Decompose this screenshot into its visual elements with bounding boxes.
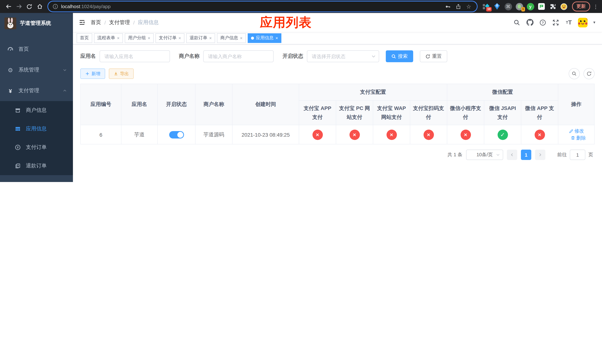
status-select[interactable] bbox=[307, 50, 379, 62]
reset-button[interactable]: 重置 bbox=[420, 50, 447, 62]
goto-page-input[interactable] bbox=[570, 150, 585, 160]
cell-status bbox=[158, 125, 195, 144]
sidebar-item-system[interactable]: ⚙ 系统管理 bbox=[0, 60, 73, 80]
merchant-name-input[interactable] bbox=[203, 50, 274, 62]
extensions-puzzle-icon[interactable] bbox=[549, 3, 557, 10]
breadcrumb-home[interactable]: 首页 bbox=[91, 19, 101, 26]
sidebar-fold-icon[interactable] bbox=[76, 16, 88, 28]
sidebar-item-merchant-info[interactable]: 商户信息 bbox=[0, 101, 73, 120]
avatar-caret-icon[interactable]: ▾ bbox=[593, 20, 595, 25]
sidebar-item-label: 系统管理 bbox=[19, 67, 63, 73]
tab-refund-orders[interactable]: 退款订单× bbox=[186, 33, 215, 43]
sidebar-item-payment[interactable]: ¥ 支付管理 bbox=[0, 80, 73, 101]
font-size-icon[interactable]: TT bbox=[565, 19, 573, 26]
app-name-label: 应用名 bbox=[80, 53, 96, 60]
refresh-table-button[interactable] bbox=[583, 68, 595, 79]
delete-link[interactable]: 删除 bbox=[570, 135, 586, 141]
sidebar-item-label: 退款订单 bbox=[26, 162, 67, 169]
annotation-title: 应用列表 bbox=[260, 14, 312, 31]
extension-command-icon[interactable]: ⌘ bbox=[504, 3, 512, 10]
screen: localhost:1024/pay/app ☆ 10 ⌘ 1 bbox=[0, 0, 602, 182]
search-button[interactable]: 搜索 bbox=[386, 50, 413, 62]
page-content: 应用名 商户名称 开启状态 bbox=[73, 44, 602, 182]
svg-text:¥: ¥ bbox=[17, 146, 19, 149]
edit-link[interactable]: 修改 bbox=[569, 128, 584, 134]
main-area: 应用列表 首页 / 支付管理 / 应用信息 bbox=[73, 13, 602, 182]
sidebar-logo[interactable]: 芋道管理系统 bbox=[0, 13, 73, 34]
tab-close-icon[interactable]: × bbox=[117, 36, 119, 40]
tab-close-icon[interactable]: × bbox=[148, 36, 150, 40]
tab-merchant-info[interactable]: 商户信息× bbox=[217, 33, 246, 43]
cell-alipay-qr: × bbox=[410, 125, 447, 144]
payment-submenu: 商户信息 应用信息 ¥ 支付订单 bbox=[0, 101, 73, 175]
browser-menu-icon[interactable]: ⋮ bbox=[593, 3, 598, 10]
goto-page: 前往 页 bbox=[557, 150, 593, 160]
sidebar-item-infrastructure[interactable]: 基础设施 bbox=[0, 175, 73, 182]
add-button[interactable]: 新增 bbox=[80, 68, 105, 79]
user-avatar[interactable] bbox=[578, 18, 588, 27]
status-switch[interactable] bbox=[169, 131, 184, 138]
breadcrumb-current: 应用信息 bbox=[138, 19, 159, 26]
yen-icon: ¥ bbox=[7, 88, 13, 94]
tab-close-icon[interactable]: × bbox=[178, 36, 181, 40]
col-alipay-wap: 支付宝 WAP 网站支付 bbox=[373, 101, 410, 125]
sidebar-item-app-info[interactable]: 应用信息 bbox=[0, 120, 73, 138]
help-icon[interactable]: ? bbox=[539, 19, 547, 26]
col-alipay-app: 支付宝 APP 支付 bbox=[299, 101, 336, 125]
extension-tampermonkey-icon[interactable]: 10 bbox=[482, 3, 490, 10]
tab-close-icon[interactable]: × bbox=[275, 36, 278, 40]
url-text[interactable]: localhost:1024/pay/app bbox=[61, 4, 441, 9]
gear-icon: ⚙ bbox=[7, 67, 13, 73]
tab-close-icon[interactable]: × bbox=[209, 36, 212, 40]
extension-diamond-icon[interactable] bbox=[493, 3, 501, 10]
tab-home[interactable]: 首页 bbox=[77, 33, 92, 43]
extension-chat-icon[interactable] bbox=[538, 3, 545, 10]
app-name-input[interactable] bbox=[100, 50, 170, 62]
cell-app-id: 6 bbox=[81, 125, 121, 144]
table-toolbar: 新增 导出 bbox=[80, 68, 595, 79]
cell-alipay-app: × bbox=[299, 125, 336, 144]
back-icon[interactable] bbox=[4, 2, 13, 11]
page-size-select[interactable]: 10条/页 bbox=[466, 150, 503, 160]
edit-link-label: 修改 bbox=[574, 128, 584, 134]
tab-pay-orders[interactable]: 支付订单× bbox=[155, 33, 184, 43]
col-app-name: 应用名 bbox=[121, 84, 158, 125]
sidebar-item-home[interactable]: 首页 bbox=[0, 39, 73, 60]
tab-user-group[interactable]: 用户分组× bbox=[125, 33, 154, 43]
profile-avatar[interactable] bbox=[560, 3, 568, 10]
col-alipay-pc: 支付宝 PC 网站支付 bbox=[336, 101, 373, 125]
password-key-icon[interactable] bbox=[444, 3, 452, 10]
prev-page-button[interactable] bbox=[507, 150, 517, 160]
col-merchant: 商户名称 bbox=[195, 84, 232, 125]
bookmark-star-icon[interactable]: ☆ bbox=[465, 3, 473, 10]
github-icon[interactable] bbox=[526, 19, 534, 26]
sidebar-item-refund-orders[interactable]: 退款订单 bbox=[0, 157, 73, 175]
sidebar-item-pay-orders[interactable]: ¥ 支付订单 bbox=[0, 138, 73, 157]
extension-yudao-icon[interactable]: y bbox=[527, 3, 534, 10]
tab-app-info[interactable]: 应用信息× bbox=[248, 33, 281, 43]
reload-icon[interactable] bbox=[24, 2, 34, 11]
site-info-icon[interactable] bbox=[53, 4, 58, 9]
fullscreen-icon[interactable] bbox=[552, 19, 559, 26]
chrome-update-button[interactable]: 更新 bbox=[572, 1, 590, 11]
sidebar: 芋道管理系统 首页 ⚙ 系统管理 ¥ bbox=[0, 13, 73, 182]
merchant-name-label: 商户名称 bbox=[179, 53, 200, 60]
breadcrumb: 首页 / 支付管理 / 应用信息 bbox=[91, 19, 159, 26]
breadcrumb-payment[interactable]: 支付管理 bbox=[109, 19, 130, 26]
header-search-icon[interactable] bbox=[513, 19, 521, 26]
show-search-button[interactable] bbox=[569, 68, 580, 79]
address-bar[interactable]: localhost:1024/pay/app ☆ bbox=[48, 1, 477, 11]
next-page-button[interactable] bbox=[535, 150, 545, 160]
extension-avocado-icon[interactable]: 1 bbox=[515, 3, 523, 10]
share-icon[interactable] bbox=[455, 3, 462, 10]
page-number-1[interactable]: 1 bbox=[521, 150, 531, 160]
export-button[interactable]: 导出 bbox=[109, 68, 134, 79]
cell-actions: 修改 删除 bbox=[558, 125, 594, 144]
home-icon[interactable] bbox=[35, 2, 44, 11]
tabs-bar: 首页 流程表单× 用户分组× 支付订单× 退款订单× 商户信息× 应用信息× bbox=[73, 32, 602, 44]
forward-icon[interactable] bbox=[14, 2, 24, 11]
goto-label: 前往 bbox=[557, 151, 567, 158]
tab-close-icon[interactable]: × bbox=[240, 36, 243, 40]
tab-process-form[interactable]: 流程表单× bbox=[94, 33, 123, 43]
cell-created: 2021-10-23 08:49:25 bbox=[232, 125, 299, 144]
